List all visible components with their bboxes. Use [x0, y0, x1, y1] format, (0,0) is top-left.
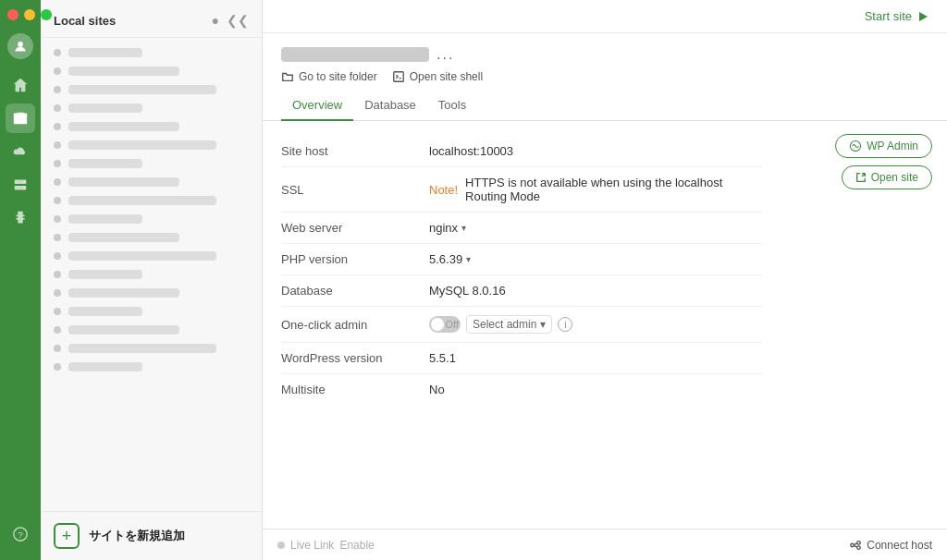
select-admin-dropdown[interactable]: Select admin ▾: [466, 315, 552, 334]
nav-icon-cloud[interactable]: [6, 137, 35, 166]
detail-row-database: Database MySQL 8.0.16: [281, 275, 762, 307]
list-item[interactable]: [41, 154, 262, 173]
value-one-click: Off Select admin ▾ i: [429, 315, 572, 334]
list-item[interactable]: [41, 191, 262, 210]
svg-point-13: [857, 545, 861, 549]
traffic-light-green[interactable]: [41, 9, 52, 20]
connect-host-button[interactable]: Connect host: [849, 539, 932, 552]
site-details: Site host localhost:10003 SSL Note! HTTP…: [263, 121, 781, 420]
web-server-chevron: ▾: [461, 223, 466, 233]
site-more-button[interactable]: ...: [437, 46, 454, 63]
live-link-label: Live Link: [290, 539, 334, 552]
label-multisite: Multisite: [281, 383, 429, 396]
label-php: PHP version: [281, 252, 429, 266]
list-item[interactable]: [41, 284, 262, 302]
detail-row-multisite: Multisite No: [281, 374, 762, 405]
list-item[interactable]: [41, 210, 262, 228]
toggle-knob: [431, 318, 444, 331]
wp-icon: [849, 140, 862, 152]
detail-row-wp-version: WordPress version 5.5.1: [281, 343, 762, 374]
nav-icon-help[interactable]: ?: [6, 519, 35, 549]
traffic-light-yellow[interactable]: [24, 9, 35, 20]
live-link-dot: [277, 542, 285, 549]
list-item[interactable]: [41, 136, 262, 154]
site-title: [281, 47, 429, 62]
list-item[interactable]: [41, 358, 262, 376]
select-admin-label: Select admin: [473, 318, 536, 331]
list-item[interactable]: [41, 173, 262, 191]
nav-avatar[interactable]: [7, 33, 33, 59]
list-item[interactable]: [41, 80, 262, 99]
external-link-icon: [855, 172, 867, 183]
sidebar-header: Local sites ● ❮❮: [41, 0, 262, 38]
value-web-server: nginx ▾: [429, 221, 466, 235]
start-site-button[interactable]: Start site: [865, 9, 929, 23]
list-item[interactable]: [41, 99, 262, 117]
toggle-label: Off: [446, 319, 459, 330]
start-site-label: Start site: [865, 9, 912, 23]
list-item[interactable]: [41, 302, 262, 321]
enable-link[interactable]: Enable: [339, 539, 374, 552]
web-server-dropdown[interactable]: nginx ▾: [429, 221, 466, 235]
php-value: 5.6.39: [429, 252, 462, 266]
play-icon: [917, 11, 929, 22]
svg-marker-8: [919, 12, 928, 21]
add-site-label: サイトを新規追加: [89, 528, 185, 544]
svg-point-11: [851, 543, 855, 547]
tab-overview[interactable]: Overview: [281, 91, 353, 121]
wp-admin-label: WP Admin: [867, 140, 918, 152]
go-to-folder-button[interactable]: Go to site folder: [281, 70, 377, 83]
detail-row-php: PHP version 5.6.39 ▾: [281, 244, 762, 275]
site-actions: Go to site folder Open site shell: [281, 70, 929, 83]
folder-icon: [281, 70, 294, 83]
overview-area: Site host localhost:10003 SSL Note! HTTP…: [263, 121, 947, 529]
value-ssl: Note! HTTPS is not available when using …: [429, 176, 762, 203]
nav-icon-home[interactable]: [6, 70, 35, 100]
sidebar-history-icon[interactable]: ●: [212, 13, 219, 28]
label-ssl: SSL: [281, 183, 429, 197]
nav-icon-sites[interactable]: [6, 103, 35, 133]
detail-row-ssl: SSL Note! HTTPS is not available when us…: [281, 167, 762, 213]
svg-point-12: [857, 541, 861, 544]
overview-left: Site host localhost:10003 SSL Note! HTTP…: [263, 121, 781, 529]
connect-host-icon: [849, 539, 862, 552]
nav-icon-plugins[interactable]: [6, 203, 35, 233]
open-site-button[interactable]: Open site: [842, 165, 932, 189]
list-item[interactable]: [41, 339, 262, 358]
one-click-info-icon[interactable]: i: [558, 317, 572, 332]
open-site-label: Open site: [871, 171, 918, 184]
nav-icon-server[interactable]: [6, 170, 35, 200]
one-click-toggle[interactable]: Off: [429, 316, 461, 333]
list-item[interactable]: [41, 265, 262, 284]
label-web-server: Web server: [281, 221, 429, 235]
main-header: Start site: [263, 0, 947, 33]
tabs-bar: Overview Database Tools: [263, 91, 947, 121]
tab-tools[interactable]: Tools: [427, 91, 477, 121]
main-content: Start site ... Go to site folder Open si…: [263, 0, 947, 560]
label-wp-version: WordPress version: [281, 351, 429, 365]
value-php: 5.6.39 ▾: [429, 252, 471, 266]
sidebar: Local sites ● ❮❮ + サイトを新規追加: [41, 0, 263, 560]
php-dropdown[interactable]: 5.6.39 ▾: [429, 252, 471, 266]
sidebar-list: [41, 38, 262, 511]
bottom-bar: Live Link Enable Connect host: [263, 529, 947, 560]
sidebar-collapse-icon[interactable]: ❮❮: [227, 13, 249, 28]
list-item[interactable]: [41, 117, 262, 136]
list-item[interactable]: [41, 321, 262, 339]
list-item[interactable]: [41, 247, 262, 265]
add-site-button[interactable]: +: [54, 523, 80, 549]
list-item[interactable]: [41, 43, 262, 62]
wp-admin-button[interactable]: WP Admin: [835, 134, 932, 158]
label-database: Database: [281, 284, 429, 298]
open-shell-button[interactable]: Open site shell: [392, 70, 483, 83]
list-item[interactable]: [41, 62, 262, 80]
label-one-click: One-click admin: [281, 318, 429, 332]
tab-database[interactable]: Database: [353, 91, 427, 121]
list-item[interactable]: [41, 228, 262, 247]
connect-host-label: Connect host: [867, 539, 932, 552]
traffic-light-red[interactable]: [7, 9, 18, 20]
value-database: MySQL 8.0.16: [429, 284, 506, 298]
sidebar-footer: + サイトを新規追加: [41, 511, 262, 560]
live-link-section: Live Link Enable: [277, 539, 375, 552]
label-site-host: Site host: [281, 144, 429, 158]
